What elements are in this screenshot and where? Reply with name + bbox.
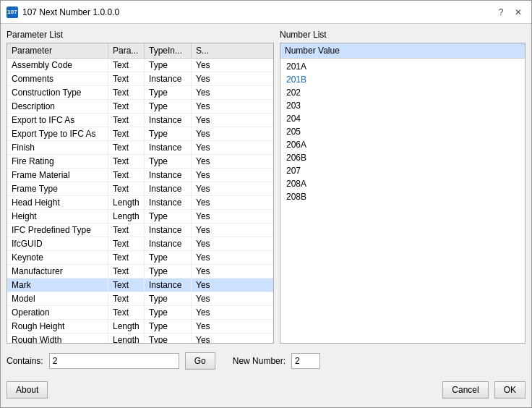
number-value-header: Number Value xyxy=(280,43,525,59)
td-s: Yes xyxy=(192,251,213,264)
td-type: Instance xyxy=(145,114,192,127)
table-row[interactable]: Mark Text Instance Yes xyxy=(7,279,273,292)
number-item[interactable]: 207 xyxy=(280,164,525,177)
td-s: Yes xyxy=(192,196,213,209)
td-para: Text xyxy=(108,72,145,85)
td-s: Yes xyxy=(192,210,213,223)
new-number-input[interactable] xyxy=(291,353,320,369)
td-para: Text xyxy=(108,86,145,99)
td-para: Text xyxy=(108,279,145,292)
number-item[interactable]: 206A xyxy=(280,138,525,151)
td-s: Yes xyxy=(192,320,213,333)
table-row[interactable]: Height Length Type Yes xyxy=(7,210,273,224)
td-para: Length xyxy=(108,320,145,333)
number-item[interactable]: 204 xyxy=(280,112,525,125)
td-s: Yes xyxy=(192,182,213,195)
table-row[interactable]: Export to IFC As Text Instance Yes xyxy=(7,114,273,127)
number-item[interactable]: 203 xyxy=(280,99,525,112)
table-row[interactable]: Construction Type Text Type Yes xyxy=(7,86,273,100)
td-parameter: Operation xyxy=(7,306,108,319)
number-item[interactable]: 201A xyxy=(280,60,525,73)
td-s: Yes xyxy=(192,114,213,127)
td-s: Yes xyxy=(192,155,213,168)
about-button[interactable]: About xyxy=(7,381,48,399)
td-s: Yes xyxy=(192,279,213,292)
new-number-label: New Number: xyxy=(233,356,286,366)
table-row[interactable]: Fire Rating Text Type Yes xyxy=(7,155,273,169)
td-type: Instance xyxy=(145,279,192,292)
td-type: Type xyxy=(145,265,192,278)
td-parameter: Export to IFC As xyxy=(7,114,108,127)
go-button[interactable]: Go xyxy=(185,352,215,370)
table-row[interactable]: Keynote Text Type Yes xyxy=(7,251,273,265)
td-s: Yes xyxy=(192,333,213,343)
number-item[interactable]: 208A xyxy=(280,177,525,190)
parameter-table-body[interactable]: Assembly Code Text Type Yes Comments Tex… xyxy=(7,59,273,343)
td-type: Instance xyxy=(145,224,192,237)
parameter-list-title: Parameter List xyxy=(7,30,274,40)
td-parameter: Finish xyxy=(7,141,108,154)
table-row[interactable]: Model Text Type Yes xyxy=(7,292,273,306)
table-row[interactable]: Comments Text Instance Yes xyxy=(7,72,273,86)
number-list-title: Number List xyxy=(280,30,525,40)
td-parameter: Assembly Code xyxy=(7,59,108,72)
bottom-controls: Contains: Go New Number: xyxy=(7,349,525,373)
td-s: Yes xyxy=(192,169,213,182)
number-item[interactable]: 206B xyxy=(280,151,525,164)
td-s: Yes xyxy=(192,141,213,154)
td-parameter: Rough Height xyxy=(7,320,108,333)
help-button[interactable]: ? xyxy=(494,5,508,20)
td-s: Yes xyxy=(192,59,213,72)
table-row[interactable]: IFC Predefined Type Text Instance Yes xyxy=(7,224,273,237)
col-header-s: S... xyxy=(192,43,213,58)
table-row[interactable]: Frame Material Text Instance Yes xyxy=(7,169,273,182)
table-row[interactable]: IfcGUID Text Instance Yes xyxy=(7,237,273,251)
col-header-para: Para... xyxy=(108,43,145,58)
table-row[interactable]: Frame Type Text Instance Yes xyxy=(7,182,273,196)
contains-input[interactable] xyxy=(49,353,179,369)
td-para: Text xyxy=(108,127,145,140)
table-row[interactable]: Head Height Length Instance Yes xyxy=(7,196,273,210)
content-area: Parameter List Parameter Para... TypeIn.… xyxy=(1,24,531,407)
ok-button[interactable]: OK xyxy=(494,381,525,399)
td-parameter: Frame Type xyxy=(7,182,108,195)
td-parameter: IfcGUID xyxy=(7,237,108,250)
table-row[interactable]: Description Text Type Yes xyxy=(7,100,273,114)
td-type: Type xyxy=(145,333,192,343)
table-row[interactable]: Assembly Code Text Type Yes xyxy=(7,59,273,72)
parameter-table-header: Parameter Para... TypeIn... S... xyxy=(7,43,273,59)
td-para: Text xyxy=(108,306,145,319)
number-item[interactable]: 208B xyxy=(280,190,525,203)
td-para: Text xyxy=(108,182,145,195)
table-row[interactable]: Manufacturer Text Type Yes xyxy=(7,265,273,279)
close-button[interactable]: ✕ xyxy=(511,5,525,20)
td-parameter: Height xyxy=(7,210,108,223)
td-s: Yes xyxy=(192,306,213,319)
td-s: Yes xyxy=(192,100,213,113)
number-item[interactable]: 202 xyxy=(280,86,525,99)
td-parameter: Export Type to IFC As xyxy=(7,127,108,140)
td-type: Instance xyxy=(145,169,192,182)
td-s: Yes xyxy=(192,86,213,99)
td-para: Text xyxy=(108,100,145,113)
table-row[interactable]: Finish Text Instance Yes xyxy=(7,141,273,155)
table-row[interactable]: Operation Text Type Yes xyxy=(7,306,273,320)
td-parameter: Mark xyxy=(7,279,108,292)
td-type: Type xyxy=(145,86,192,99)
panels-row: Parameter List Parameter Para... TypeIn.… xyxy=(7,30,525,344)
number-item[interactable]: 205 xyxy=(280,125,525,138)
td-parameter: Fire Rating xyxy=(7,155,108,168)
td-para: Text xyxy=(108,59,145,72)
td-type: Instance xyxy=(145,196,192,209)
table-row[interactable]: Rough Width Length Type Yes xyxy=(7,333,273,343)
number-item[interactable]: 201B xyxy=(280,73,525,86)
table-row[interactable]: Export Type to IFC As Text Type Yes xyxy=(7,127,273,141)
parameter-list-panel: Parameter List Parameter Para... TypeIn.… xyxy=(7,30,274,344)
title-bar-buttons: ? ✕ xyxy=(494,5,525,20)
cancel-button[interactable]: Cancel xyxy=(442,381,488,399)
td-type: Instance xyxy=(145,237,192,250)
td-type: Instance xyxy=(145,72,192,85)
table-row[interactable]: Rough Height Length Type Yes xyxy=(7,320,273,333)
number-list-body[interactable]: 201A201B202203204205206A206B207208A208B xyxy=(280,59,525,343)
td-parameter: Model xyxy=(7,292,108,305)
